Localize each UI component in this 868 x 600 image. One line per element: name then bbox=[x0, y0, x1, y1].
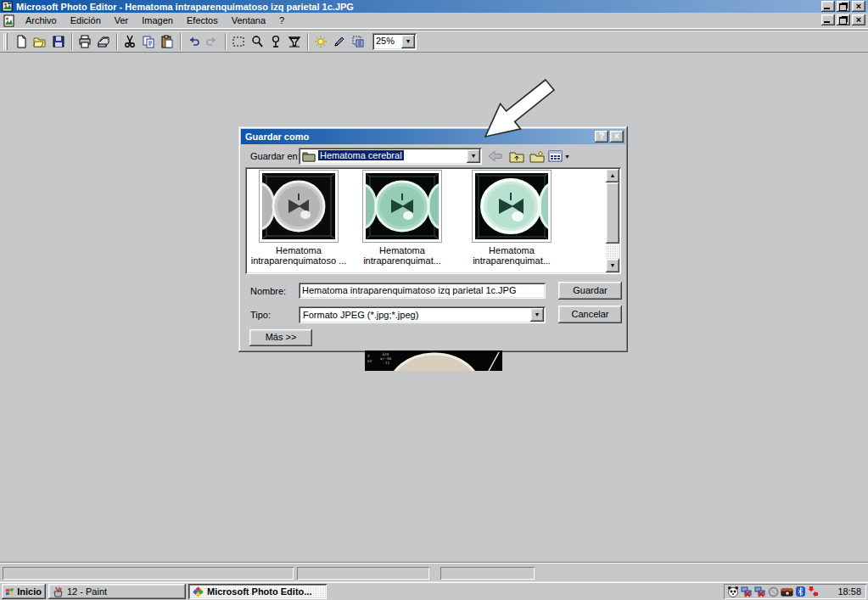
doc-restore-icon[interactable] bbox=[837, 14, 850, 25]
create-new-folder-icon[interactable] bbox=[528, 148, 546, 165]
minimize-icon[interactable] bbox=[821, 1, 835, 12]
select-tool-icon[interactable] bbox=[266, 32, 285, 51]
new-document-icon[interactable] bbox=[12, 32, 31, 51]
save-in-dropdown-icon[interactable]: ▼ bbox=[467, 149, 480, 163]
crop-funnel-icon[interactable] bbox=[285, 32, 304, 51]
save-icon[interactable] bbox=[49, 32, 68, 51]
bluetooth-icon[interactable] bbox=[795, 586, 806, 597]
svg-text:kV: kV bbox=[367, 359, 372, 363]
view-menu-caret-icon: ▼ bbox=[564, 154, 570, 160]
menu-ventana[interactable]: Ventana bbox=[225, 13, 272, 28]
redo-icon[interactable] bbox=[203, 32, 221, 51]
view-menu-icon[interactable]: ▼ bbox=[547, 148, 571, 165]
taskbar-button-photo-editor[interactable]: Microsoft Photo Edito... bbox=[188, 584, 327, 599]
menu-imagen[interactable]: Imagen bbox=[135, 13, 180, 28]
zoom-level-value: 25% bbox=[376, 36, 395, 46]
menu-edicion[interactable]: Edición bbox=[64, 13, 108, 28]
cancel-button[interactable]: Cancelar bbox=[558, 306, 622, 323]
photo-editor-task-label: Microsoft Photo Edito... bbox=[207, 586, 311, 597]
status-circle-icon[interactable] bbox=[768, 586, 779, 597]
file-thumbnail-1[interactable] bbox=[259, 170, 339, 243]
statusbar-panel-1 bbox=[3, 567, 294, 580]
scrollbar-thumb[interactable] bbox=[606, 182, 619, 244]
doc-minimize-icon[interactable] bbox=[821, 14, 835, 25]
brightness-sun-icon[interactable] bbox=[311, 32, 330, 51]
taskbar: Inicio 12 - Paint Microsoft Photo Edito.… bbox=[0, 581, 868, 600]
svg-text:-11: -11 bbox=[383, 361, 389, 365]
more-button[interactable]: Más >> bbox=[249, 329, 312, 346]
zoom-magnifier-icon[interactable] bbox=[248, 32, 266, 51]
document-icon[interactable] bbox=[3, 14, 15, 27]
file-thumbnail-3[interactable] bbox=[472, 170, 552, 243]
file-list-scrollbar[interactable]: ▲ ▼ bbox=[606, 169, 619, 272]
file-type-dropdown-icon[interactable]: ▼ bbox=[530, 308, 544, 322]
app-title: Microsoft Photo Editor - Hematoma intrap… bbox=[16, 2, 354, 12]
up-one-level-icon[interactable] bbox=[507, 148, 526, 165]
dialog-controls: ? × bbox=[595, 131, 624, 143]
file-label-3[interactable]: Hematoma intraparenquimat... bbox=[456, 245, 567, 266]
special-effects-icon[interactable] bbox=[349, 32, 367, 51]
desktop: Microsoft Photo Editor - Hematoma intrap… bbox=[0, 0, 868, 600]
restore-icon[interactable] bbox=[837, 1, 850, 12]
sharpen-pencil-icon[interactable] bbox=[330, 32, 349, 51]
paint-icon bbox=[53, 586, 64, 597]
scroll-up-icon[interactable]: ▲ bbox=[606, 169, 619, 182]
file-label-1[interactable]: Hematoma intraparenquimatoso ... bbox=[244, 245, 354, 266]
scan-icon[interactable] bbox=[94, 32, 113, 51]
statusbar-panel-3 bbox=[440, 567, 535, 580]
scroll-down-icon[interactable]: ▼ bbox=[606, 259, 619, 272]
save-as-dialog: Guardar como ? × Guardar en: Hematoma ce… bbox=[238, 126, 628, 352]
update-arrows-icon[interactable] bbox=[808, 586, 819, 597]
folder-icon bbox=[302, 151, 316, 162]
doc-close-icon[interactable]: × bbox=[852, 14, 865, 25]
start-button[interactable]: Inicio bbox=[2, 584, 46, 599]
save-in-combobox[interactable]: Hematoma cerebral ▼ bbox=[299, 148, 482, 165]
network-disconnected-icon-1[interactable] bbox=[741, 586, 753, 597]
zoom-dropdown-icon[interactable]: ▼ bbox=[401, 35, 415, 48]
tray-clock[interactable]: 18:58 bbox=[837, 586, 861, 597]
windows-logo-icon bbox=[6, 586, 14, 597]
select-rectangle-icon[interactable] bbox=[229, 32, 248, 51]
help-icon[interactable]: ? bbox=[595, 131, 608, 143]
network-disconnected-icon-2[interactable] bbox=[754, 586, 766, 597]
photo-editor-task-icon bbox=[193, 586, 204, 597]
camera-icon[interactable] bbox=[781, 586, 793, 597]
copy-icon[interactable] bbox=[139, 32, 158, 51]
toolbar: 25% ▼ bbox=[0, 30, 868, 53]
photo-editor-app-icon bbox=[2, 1, 13, 12]
file-type-combobox[interactable]: Formato JPEG (*.jpg;*.jpeg) ▼ bbox=[299, 306, 546, 323]
file-list[interactable]: Hematoma intraparenquimatoso ... bbox=[245, 167, 621, 274]
back-arrow-icon[interactable] bbox=[486, 148, 505, 165]
toolbar-drag-handle[interactable] bbox=[3, 33, 8, 50]
print-icon[interactable] bbox=[76, 32, 94, 51]
open-folder-icon[interactable] bbox=[31, 32, 49, 51]
cut-icon[interactable] bbox=[120, 32, 139, 51]
panda-antivirus-icon[interactable] bbox=[727, 586, 739, 597]
file-thumbnail-2[interactable] bbox=[362, 170, 442, 243]
file-name-label: Nombre: bbox=[250, 286, 286, 296]
start-label: Inicio bbox=[17, 586, 42, 597]
save-button[interactable]: Guardar bbox=[558, 282, 622, 300]
undo-icon[interactable] bbox=[184, 32, 203, 51]
file-name-input[interactable]: Hematoma intraparenquimatoso izq parieta… bbox=[299, 283, 546, 299]
save-in-label: Guardar en: bbox=[250, 151, 300, 161]
dialog-close-icon[interactable]: × bbox=[610, 131, 624, 143]
statusbar bbox=[0, 562, 868, 581]
zoom-level-combobox[interactable]: 25% ▼ bbox=[372, 33, 417, 50]
file-type-label: Tipo: bbox=[250, 310, 271, 320]
save-in-value: Hematoma cerebral bbox=[318, 150, 404, 160]
file-type-value: Formato JPEG (*.jpg;*.jpeg) bbox=[303, 310, 418, 320]
menubar: Archivo Edición Ver Imagen Efectos Venta… bbox=[0, 13, 868, 29]
menu-efectos[interactable]: Efectos bbox=[180, 13, 225, 28]
menu-ayuda[interactable]: ? bbox=[272, 13, 291, 28]
paste-icon[interactable] bbox=[158, 32, 176, 51]
taskbar-button-paint[interactable]: 12 - Paint bbox=[48, 584, 186, 599]
menu-archivo[interactable]: Archivo bbox=[19, 13, 64, 28]
app-window-controls: × bbox=[821, 1, 865, 12]
svg-text:X: X bbox=[367, 354, 370, 358]
statusbar-panel-2 bbox=[297, 567, 429, 580]
menu-ver[interactable]: Ver bbox=[108, 13, 136, 28]
close-icon[interactable]: × bbox=[852, 1, 865, 12]
open-image-partial: XkV 320w/-66-11 bbox=[365, 350, 502, 371]
file-label-2[interactable]: Hematoma intraparenquimat... bbox=[347, 245, 457, 266]
